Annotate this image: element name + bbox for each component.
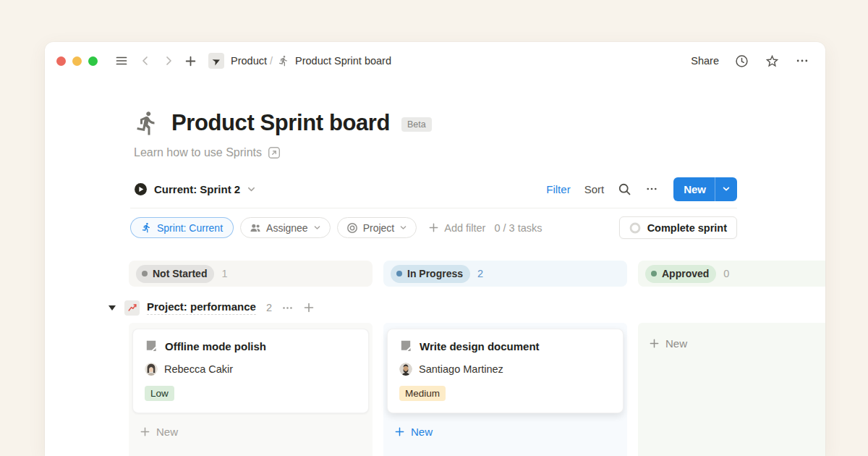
- column-label: Not Started: [153, 268, 207, 279]
- more-icon[interactable]: [795, 54, 809, 68]
- toolbar-divider: [130, 208, 737, 208]
- add-card-button[interactable]: New: [638, 334, 825, 354]
- play-icon: [134, 182, 148, 196]
- filter-bar: Sprint: Current Assignee Project Add fil…: [130, 216, 737, 239]
- column-header-in-progress[interactable]: In Progress 2: [383, 261, 627, 287]
- star-icon[interactable]: [765, 54, 780, 69]
- filter-button[interactable]: Filter: [546, 183, 570, 195]
- share-button[interactable]: Share: [691, 55, 719, 67]
- add-card-button[interactable]: New: [129, 423, 373, 442]
- avatar: [145, 363, 158, 376]
- assignee-name: Rebecca Cakir: [164, 363, 233, 375]
- back-icon[interactable]: [140, 55, 151, 67]
- chevron-down-icon: [399, 224, 407, 232]
- plus-icon: [428, 222, 439, 233]
- workspace-icon[interactable]: [208, 53, 224, 69]
- assignee-name: Santiago Martinez: [419, 363, 503, 375]
- add-card-label[interactable]: New: [156, 426, 178, 438]
- assignee-filter-pill[interactable]: Assignee: [240, 217, 331, 238]
- triangle-down-icon[interactable]: [109, 305, 116, 311]
- menu-icon[interactable]: [115, 54, 128, 67]
- group-count: 2: [266, 302, 272, 313]
- status-dot: [142, 271, 148, 276]
- new-button-chevron-icon[interactable]: [715, 185, 737, 193]
- priority-tag: Medium: [399, 386, 446, 401]
- clock-icon[interactable]: [734, 54, 749, 69]
- chevron-down-icon: [247, 185, 256, 194]
- breadcrumb-separator: /: [270, 55, 273, 67]
- add-filter-button[interactable]: Add filter: [428, 222, 485, 234]
- app-window: Product / Product Sprint board Share: [45, 42, 825, 456]
- view-switcher[interactable]: Current: Sprint 2: [134, 182, 256, 196]
- sprint-filter-pill[interactable]: Sprint: Current: [130, 217, 234, 238]
- breadcrumb: Product / Product Sprint board: [231, 55, 391, 67]
- task-card[interactable]: Write design document Santiago Martinez …: [387, 329, 624, 413]
- column-area-in-progress: Write design document Santiago Martinez …: [383, 323, 627, 456]
- status-dot: [396, 271, 402, 276]
- column-count: 0: [723, 268, 729, 279]
- chart-icon: [124, 300, 140, 316]
- page-icon: [399, 339, 412, 352]
- sprint-board: Not Started 1 In Progress 2 Approved 0 P…: [129, 261, 825, 456]
- add-card-button[interactable]: New: [383, 423, 627, 442]
- forward-icon[interactable]: [163, 55, 174, 67]
- column-label: Approved: [662, 268, 709, 279]
- new-button-label[interactable]: New: [673, 183, 715, 195]
- close-window-button[interactable]: [56, 56, 66, 66]
- beta-badge: Beta: [401, 117, 432, 132]
- column-count: 1: [221, 268, 227, 279]
- group-more-icon[interactable]: [281, 302, 294, 314]
- new-button[interactable]: New: [673, 177, 737, 201]
- external-link-icon: [268, 146, 281, 159]
- status-dot: [651, 271, 657, 276]
- group-title[interactable]: Project: performance: [147, 300, 256, 315]
- avatar: [399, 363, 412, 376]
- complete-sprint-button[interactable]: Complete sprint: [619, 216, 737, 239]
- new-page-icon[interactable]: [184, 55, 197, 67]
- priority-tag: Low: [145, 386, 174, 401]
- column-label: In Progress: [407, 268, 463, 279]
- column-count: 2: [477, 268, 483, 279]
- plus-icon: [649, 338, 660, 349]
- card-title[interactable]: Offline mode polish: [165, 340, 266, 352]
- group-add-icon[interactable]: [303, 302, 315, 313]
- breadcrumb-page[interactable]: Product Sprint board: [295, 55, 391, 67]
- view-toolbar: Current: Sprint 2 Filter Sort New: [45, 177, 825, 201]
- project-filter-pill[interactable]: Project: [337, 217, 417, 238]
- help-link-label[interactable]: Learn how to use Sprints: [134, 146, 262, 159]
- sprint-filter-label: Sprint: Current: [157, 222, 223, 234]
- page-head: Product Sprint board Beta Learn how to u…: [45, 80, 825, 159]
- column-area-not-started: Offline mode polish Rebecca Cakir Low Ne…: [129, 323, 373, 456]
- group-header: Project: performance 2: [109, 295, 825, 320]
- task-card[interactable]: Offline mode polish Rebecca Cakir Low: [132, 329, 369, 413]
- people-icon: [250, 222, 261, 234]
- titlebar-actions: Share: [691, 54, 809, 69]
- chevron-down-icon: [313, 224, 321, 232]
- plus-icon: [140, 426, 150, 437]
- project-filter-label: Project: [363, 222, 395, 234]
- breadcrumb-root[interactable]: Product: [231, 55, 267, 67]
- sort-button[interactable]: Sort: [584, 183, 605, 195]
- card-title[interactable]: Write design document: [420, 340, 540, 352]
- page-title: Product Sprint board: [171, 110, 390, 136]
- page-runner-icon[interactable]: [134, 110, 160, 136]
- runner-icon: [141, 222, 152, 233]
- target-icon: [346, 222, 358, 234]
- assignee-filter-label: Assignee: [266, 222, 308, 234]
- tasks-progress: 0 / 3 tasks: [494, 222, 542, 234]
- add-card-label[interactable]: New: [411, 426, 433, 438]
- window-controls: [56, 56, 98, 66]
- zoom-window-button[interactable]: [88, 56, 98, 66]
- minimize-window-button[interactable]: [72, 56, 82, 66]
- titlebar: Product / Product Sprint board Share: [45, 42, 825, 80]
- column-header-not-started[interactable]: Not Started 1: [129, 261, 373, 287]
- add-card-label[interactable]: New: [665, 337, 687, 350]
- add-filter-label[interactable]: Add filter: [444, 222, 485, 234]
- complete-sprint-label: Complete sprint: [647, 222, 727, 234]
- page-icon: [145, 339, 158, 352]
- search-icon[interactable]: [618, 182, 631, 196]
- view-more-icon[interactable]: [645, 182, 658, 195]
- column-header-approved[interactable]: Approved 0: [638, 261, 825, 287]
- help-link[interactable]: Learn how to use Sprints: [134, 146, 737, 159]
- column-area-approved: New: [638, 323, 825, 456]
